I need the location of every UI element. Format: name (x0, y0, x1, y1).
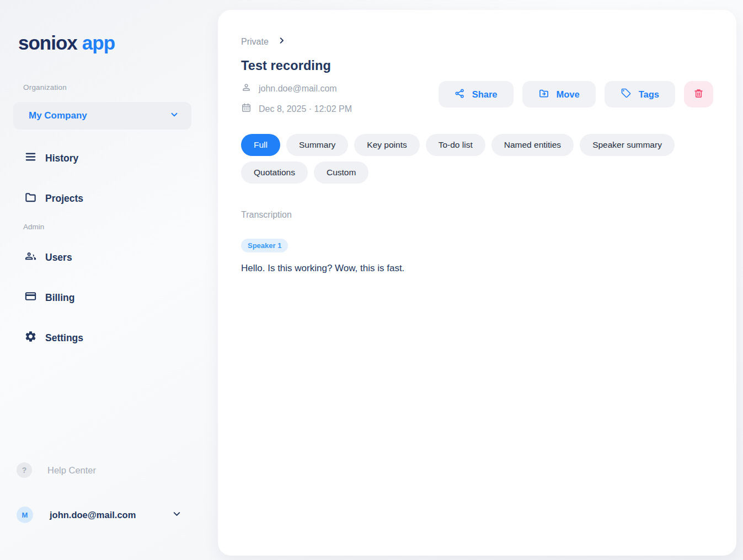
person-icon (241, 82, 252, 95)
sidebar-item-settings[interactable]: Settings (13, 326, 191, 350)
share-icon (455, 88, 465, 101)
page-title: Test recording (241, 58, 713, 73)
app-logo: sonioxapp (18, 32, 115, 54)
tab-custom[interactable]: Custom (314, 161, 368, 184)
help-center-link[interactable]: ? Help Center (17, 459, 96, 481)
logo-suffix: app (82, 32, 115, 53)
transcription-label: Transcription (241, 210, 713, 220)
tab-named-entities[interactable]: Named entities (491, 134, 574, 156)
datetime-row: Dec 8, 2025 · 12:02 PM (241, 103, 352, 115)
sidebar-item-label: Billing (45, 292, 74, 304)
owner-row: john.doe@mail.com (241, 82, 352, 95)
help-center-label: Help Center (47, 465, 96, 476)
sidebar-item-billing[interactable]: Billing (13, 286, 191, 310)
breadcrumb-private[interactable]: Private (241, 37, 269, 47)
sidebar-item-label: Projects (45, 193, 83, 204)
chevron-right-icon (277, 36, 286, 47)
account-menu[interactable]: M john.doe@mail.com (17, 503, 182, 527)
tag-icon (621, 88, 632, 101)
account-email: john.doe@mail.com (50, 510, 155, 520)
sidebar-item-projects[interactable]: Projects (13, 186, 191, 211)
question-mark-icon: ? (17, 462, 32, 478)
credit-card-icon (24, 290, 37, 305)
tab-speaker-summary[interactable]: Speaker summary (580, 134, 675, 156)
sidebar-item-label: Users (45, 252, 72, 263)
chevron-down-icon (172, 509, 182, 521)
users-icon (24, 250, 37, 265)
recording-header: john.doe@mail.com Dec 8, 2025 · 12:02 PM… (241, 81, 713, 115)
tab-quotations[interactable]: Quotations (241, 161, 308, 184)
organization-selector[interactable]: My Company (13, 102, 191, 130)
speaker-badge: Speaker 1 (241, 239, 288, 252)
action-buttons: Share Move Tags (439, 81, 713, 107)
datetime-value: Dec 8, 2025 · 12:02 PM (259, 104, 352, 114)
sidebar-item-label: Settings (45, 332, 83, 344)
recording-meta: john.doe@mail.com Dec 8, 2025 · 12:02 PM (241, 81, 352, 115)
tab-key-points[interactable]: Key points (354, 134, 419, 156)
gear-icon (24, 330, 37, 346)
trash-icon (693, 88, 704, 100)
folder-icon (24, 191, 37, 206)
main-content-card: Private Test recording john.doe@mail.com… (218, 10, 736, 556)
sidebar-item-label: History (45, 153, 78, 164)
tab-summary[interactable]: Summary (286, 134, 348, 156)
sidebar-item-users[interactable]: Users (13, 245, 191, 270)
folder-move-icon (538, 88, 549, 101)
share-button-label: Share (472, 89, 498, 100)
breadcrumb: Private (241, 36, 713, 47)
sidebar-item-history[interactable]: History (13, 146, 191, 170)
view-tabs: Full Summary Key points To-do list Named… (241, 134, 688, 184)
owner-email: john.doe@mail.com (259, 84, 337, 94)
tags-button-label: Tags (639, 89, 659, 100)
sidebar: sonioxapp Organization My Company Histor… (0, 0, 217, 560)
organization-selector-value: My Company (29, 110, 87, 121)
chevron-down-icon (169, 110, 179, 122)
transcript-text: Hello. Is this working? Wow, this is fas… (241, 263, 713, 274)
tags-button[interactable]: Tags (605, 81, 675, 107)
organization-label: Organization (23, 83, 67, 91)
logo-brand: soniox (18, 32, 77, 53)
menu-icon (24, 150, 37, 166)
move-button-label: Move (557, 89, 580, 100)
tab-full[interactable]: Full (241, 134, 280, 156)
delete-button[interactable] (684, 81, 713, 107)
admin-section-label: Admin (23, 223, 44, 231)
avatar: M (17, 507, 33, 523)
tab-to-do-list[interactable]: To-do list (426, 134, 485, 156)
share-button[interactable]: Share (439, 81, 514, 107)
calendar-icon (241, 103, 252, 115)
move-button[interactable]: Move (522, 81, 596, 107)
